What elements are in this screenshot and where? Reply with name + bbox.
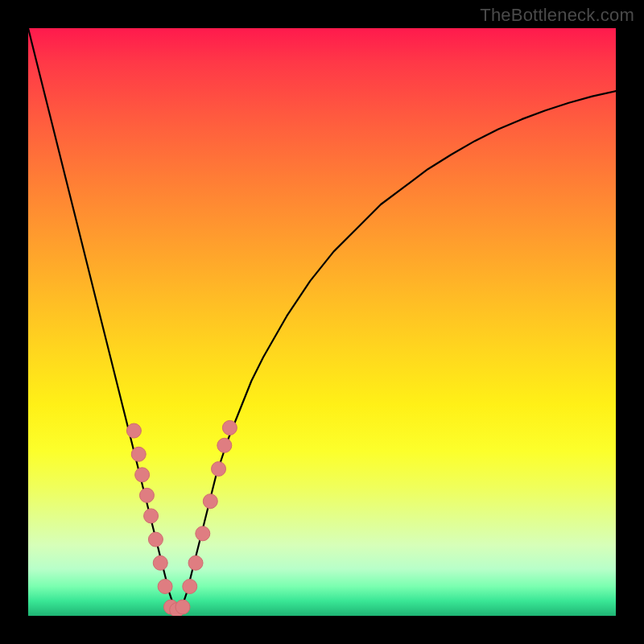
curve-marker xyxy=(148,532,163,547)
curve-marker xyxy=(139,488,154,502)
curve-marker xyxy=(196,526,210,541)
curve-marker xyxy=(158,580,172,594)
curve-marker xyxy=(135,468,150,482)
curve-marker xyxy=(212,462,226,477)
curve-marker xyxy=(131,447,146,461)
curve-marker xyxy=(175,600,190,614)
curve-marker xyxy=(183,580,197,594)
curve-marker xyxy=(153,555,167,570)
curve-marker xyxy=(188,555,203,570)
chart-svg xyxy=(28,28,616,616)
curve-marker xyxy=(144,509,159,523)
watermark-text: TheBottleneck.com xyxy=(480,5,634,26)
curve-marker xyxy=(203,494,217,509)
curve-marker xyxy=(217,438,232,452)
curve-marker xyxy=(222,420,237,435)
bottleneck-curve xyxy=(28,28,616,610)
chart-frame: TheBottleneck.com xyxy=(0,0,644,644)
curve-marker xyxy=(126,423,141,438)
chart-plot-area xyxy=(28,28,616,616)
